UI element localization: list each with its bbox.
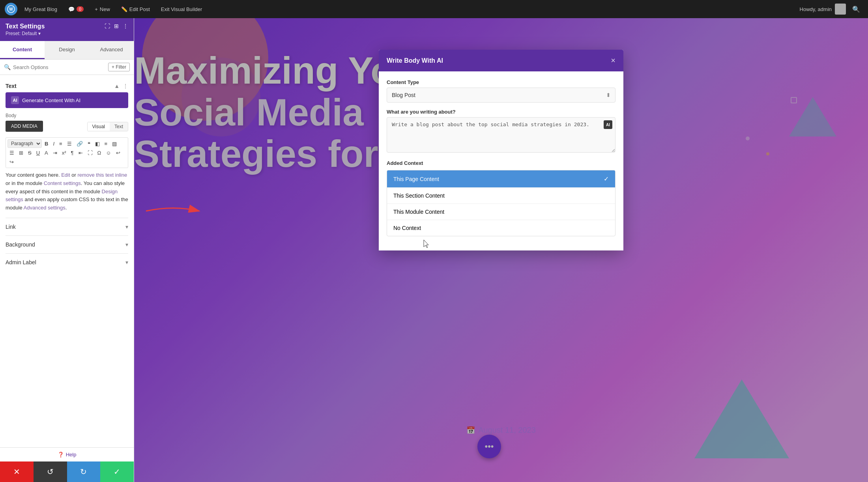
save-icon: ✓	[114, 467, 120, 476]
context-option-section[interactable]: This Section Content	[387, 188, 615, 204]
added-context-label: Added Context	[387, 160, 615, 166]
text-section-header: Text ▲ ⋮	[6, 83, 128, 89]
link-chevron-icon: ▾	[125, 224, 128, 230]
writing-about-textarea[interactable]: Write a blog post about the top social m…	[387, 117, 615, 153]
align-right-button[interactable]: ▨	[110, 139, 119, 148]
italic-button[interactable]: I	[51, 139, 56, 148]
tab-design[interactable]: Design	[45, 41, 89, 59]
context-page-label: This Page Content	[393, 176, 439, 182]
panel-footer: ❓ Help	[0, 447, 134, 461]
search-input[interactable]	[13, 64, 106, 70]
context-option-module[interactable]: This Module Content	[387, 204, 615, 220]
ordered-list-button[interactable]: ☰	[65, 139, 74, 148]
ai-generate-button[interactable]: AI Generate Content With AI	[6, 92, 128, 108]
panel-tabs: Content Design Advanced	[0, 41, 134, 60]
body-label: Body	[6, 113, 128, 118]
ai-modal: Write Body With AI × Content Type Blog P…	[379, 50, 623, 250]
text-section-icons: ▲ ⋮	[114, 83, 128, 89]
fullscreen-editor-button[interactable]: ⛶	[86, 149, 95, 157]
chevron-up-icon[interactable]: ▲	[114, 83, 120, 89]
ai-icon: AI	[11, 96, 19, 104]
new-post-link[interactable]: + New	[91, 5, 114, 14]
modal-close-button[interactable]: ×	[611, 56, 615, 65]
underline-button[interactable]: U	[34, 149, 42, 157]
exit-builder-link[interactable]: Exit Visual Builder	[157, 5, 206, 14]
wp-logo[interactable]: W	[5, 3, 17, 15]
tab-advanced[interactable]: Advanced	[89, 41, 134, 59]
chevron-down-icon: ▾	[38, 31, 41, 36]
writing-about-group: What are you writing about? Write a blog…	[387, 109, 615, 154]
content-type-group: Content Type Blog Post Article Product D…	[387, 79, 615, 103]
left-panel: Text Settings Preset: Default ▾ ⛶ ⊞ ⋮ Co…	[0, 18, 134, 482]
undo-editor-button[interactable]: ↩	[114, 149, 122, 157]
table-button[interactable]: ⊞	[17, 149, 25, 157]
redo-button[interactable]: ↻	[67, 461, 101, 482]
align-left-button[interactable]: ◧	[93, 139, 102, 148]
link-section: Link ▾	[6, 218, 128, 235]
context-option-none[interactable]: No Context	[387, 220, 615, 236]
content-type-select[interactable]: Blog Post Article Product Description	[387, 88, 615, 103]
outdent-button[interactable]: ⇤	[77, 149, 85, 157]
panel-header: Text Settings Preset: Default ▾ ⛶ ⊞ ⋮	[0, 18, 134, 41]
editor-view-tabs: Visual Text	[87, 122, 128, 131]
help-button[interactable]: ❓ Help	[58, 452, 77, 458]
background-section-title: Background	[6, 241, 35, 248]
more-icon[interactable]: ⋮	[123, 23, 128, 29]
more-options-icon[interactable]: ⋮	[123, 83, 128, 89]
unordered-list-button[interactable]: ≡	[57, 139, 64, 148]
admin-label-header[interactable]: Admin Label ▾	[6, 259, 128, 265]
indent-button[interactable]: ⇥	[51, 149, 59, 157]
howdy-text: Howdy, admin	[800, 4, 846, 15]
bold-button[interactable]: B	[43, 139, 50, 148]
panel-content: Text ▲ ⋮ AI Generate Content With AI Bod…	[0, 75, 134, 447]
content-type-select-wrapper: Blog Post Article Product Description ⬍	[387, 88, 615, 103]
modal-overlay: Write Body With AI × Content Type Blog P…	[134, 18, 868, 482]
align-justify-button[interactable]: ☰	[7, 149, 16, 157]
undo-button[interactable]: ↺	[34, 461, 67, 482]
background-section-header[interactable]: Background ▾	[6, 241, 128, 248]
undo-icon: ↺	[47, 467, 54, 476]
align-center-button[interactable]: ≡	[103, 139, 110, 148]
tab-content[interactable]: Content	[0, 41, 45, 59]
text-color-button[interactable]: A	[43, 149, 50, 157]
blockquote-button[interactable]: ❝	[86, 139, 92, 148]
svg-text:W: W	[9, 7, 13, 11]
modal-title: Write Body With AI	[387, 57, 443, 64]
context-dropdown: This Page Content ✓ This Section Content…	[387, 170, 615, 236]
text-tab[interactable]: Text	[110, 122, 128, 131]
context-section-label: This Section Content	[393, 192, 445, 199]
site-name[interactable]: My Great Blog	[21, 5, 61, 14]
strikethrough-button[interactable]: S	[26, 149, 34, 157]
admin-label-chevron-icon: ▾	[125, 259, 128, 265]
cancel-button[interactable]: ✕	[0, 461, 34, 482]
paragraph-select[interactable]: Paragraph Heading 1 Heading 2	[7, 139, 42, 148]
link-button[interactable]: 🔗	[75, 139, 85, 148]
modal-body: Content Type Blog Post Article Product D…	[379, 71, 623, 250]
editor-toolbar: Paragraph Heading 1 Heading 2 B I ≡ ☰ 🔗 …	[6, 137, 128, 168]
add-media-button[interactable]: ADD MEDIA	[6, 121, 43, 132]
special-chars-button[interactable]: Ω	[95, 149, 103, 157]
admin-label-section: Admin Label ▾	[6, 253, 128, 271]
panel-title: Text Settings	[6, 23, 45, 30]
comments-link[interactable]: 💬 0	[64, 5, 88, 14]
link-section-header[interactable]: Link ▾	[6, 224, 128, 230]
superscript-button[interactable]: x²	[60, 149, 68, 157]
redo-editor-button[interactable]: ↪	[7, 158, 16, 166]
save-button[interactable]: ✓	[100, 461, 134, 482]
context-option-page[interactable]: This Page Content ✓	[387, 170, 615, 188]
filter-button[interactable]: + Filter	[108, 63, 130, 71]
text-section-title: Text	[6, 83, 17, 89]
edit-post-link[interactable]: ✏️ Edit Post	[117, 5, 154, 14]
panel-preset[interactable]: Preset: Default ▾	[6, 31, 45, 36]
help-icon: ❓	[58, 452, 64, 458]
redo-icon: ↻	[80, 467, 87, 476]
columns-icon[interactable]: ⊞	[114, 23, 119, 29]
special-format-button[interactable]: ¶	[69, 149, 76, 157]
link-section-title: Link	[6, 224, 16, 230]
search-icon[interactable]: 🔍	[849, 4, 863, 15]
textarea-wrapper: Write a blog post about the top social m…	[387, 117, 615, 154]
emoji-button[interactable]: ☺	[104, 149, 113, 157]
fullscreen-icon[interactable]: ⛶	[105, 23, 110, 29]
context-module-label: This Module Content	[393, 209, 444, 215]
visual-tab[interactable]: Visual	[88, 122, 110, 131]
